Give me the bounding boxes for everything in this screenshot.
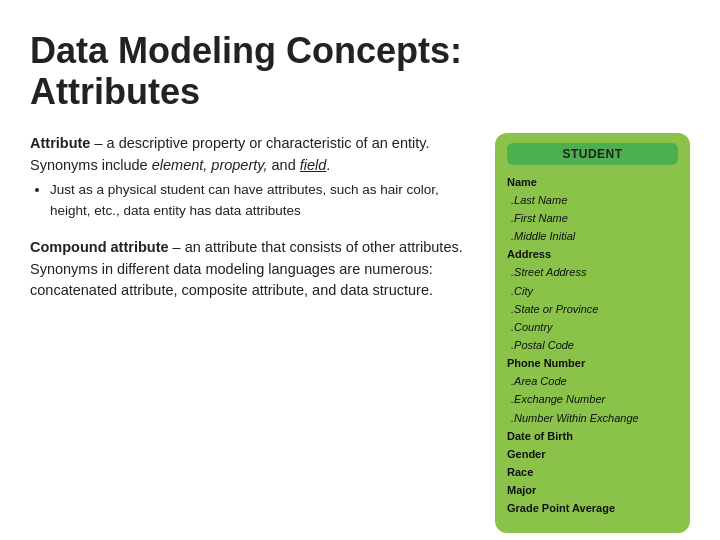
sub-attr: .City bbox=[507, 282, 678, 300]
attr-name: Date of Birth bbox=[507, 427, 678, 445]
title-line2: Attributes bbox=[30, 71, 200, 112]
sub-attr: .Last Name bbox=[507, 191, 678, 209]
sub-attr: .Postal Code bbox=[507, 336, 678, 354]
entity-panel: STUDENT Name .Last Name .First Name .Mid… bbox=[495, 133, 690, 533]
attr-name: Address bbox=[507, 245, 678, 263]
sub-attr: .Country bbox=[507, 318, 678, 336]
sub-attr: .Number Within Exchange bbox=[507, 409, 678, 427]
attr-name: Major bbox=[507, 481, 678, 499]
attribute-intro: Attribute – a descriptive property or ch… bbox=[30, 135, 429, 173]
title-line1: Data Modeling Concepts: bbox=[30, 30, 462, 71]
entity-box: STUDENT Name .Last Name .First Name .Mid… bbox=[495, 133, 690, 533]
attribute-bullets: Just as a physical student can have attr… bbox=[50, 180, 475, 221]
page-title: Data Modeling Concepts: Attributes bbox=[30, 30, 690, 113]
attr-name: Name bbox=[507, 173, 678, 191]
compound-section: Compound attribute – an attribute that c… bbox=[30, 237, 475, 302]
compound-title: Compound attribute bbox=[30, 239, 169, 255]
entity-attributes: Name .Last Name .First Name .Middle Init… bbox=[507, 173, 678, 518]
attr-name: Gender bbox=[507, 445, 678, 463]
sub-attr: .First Name bbox=[507, 209, 678, 227]
attribute-section: Attribute – a descriptive property or ch… bbox=[30, 133, 475, 221]
attr-name: Race bbox=[507, 463, 678, 481]
entity-header: STUDENT bbox=[507, 143, 678, 165]
bullet-item: Just as a physical student can have attr… bbox=[50, 180, 475, 221]
sub-attr: .Middle Initial bbox=[507, 227, 678, 245]
sub-attr: .Street Address bbox=[507, 263, 678, 281]
phone-number-attr: Phone Number bbox=[507, 354, 678, 372]
attr-name: Grade Point Average bbox=[507, 499, 678, 517]
sub-attr: .Exchange Number bbox=[507, 390, 678, 408]
sub-attr: .Area Code bbox=[507, 372, 678, 390]
sub-attr: .State or Province bbox=[507, 300, 678, 318]
